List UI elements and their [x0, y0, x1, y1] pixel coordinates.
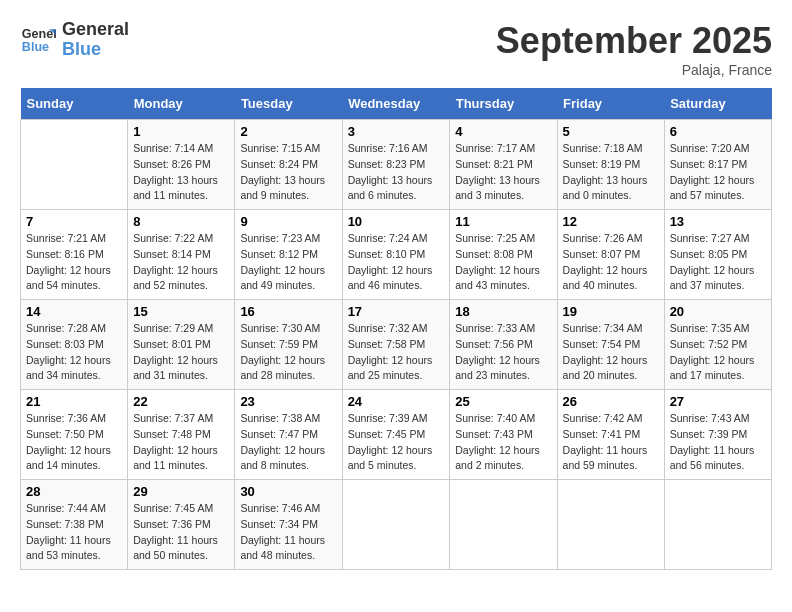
day-info: Sunrise: 7:36 AM Sunset: 7:50 PM Dayligh… [26, 411, 122, 474]
table-row: 24Sunrise: 7:39 AM Sunset: 7:45 PM Dayli… [342, 390, 450, 480]
day-number: 2 [240, 124, 336, 139]
day-info: Sunrise: 7:34 AM Sunset: 7:54 PM Dayligh… [563, 321, 659, 384]
table-row: 23Sunrise: 7:38 AM Sunset: 7:47 PM Dayli… [235, 390, 342, 480]
table-row: 18Sunrise: 7:33 AM Sunset: 7:56 PM Dayli… [450, 300, 557, 390]
location: Palaja, France [496, 62, 772, 78]
day-info: Sunrise: 7:14 AM Sunset: 8:26 PM Dayligh… [133, 141, 229, 204]
day-info: Sunrise: 7:40 AM Sunset: 7:43 PM Dayligh… [455, 411, 551, 474]
day-number: 4 [455, 124, 551, 139]
header-monday: Monday [128, 88, 235, 120]
day-info: Sunrise: 7:30 AM Sunset: 7:59 PM Dayligh… [240, 321, 336, 384]
table-row: 29Sunrise: 7:45 AM Sunset: 7:36 PM Dayli… [128, 480, 235, 570]
day-info: Sunrise: 7:37 AM Sunset: 7:48 PM Dayligh… [133, 411, 229, 474]
day-number: 19 [563, 304, 659, 319]
day-number: 5 [563, 124, 659, 139]
day-info: Sunrise: 7:22 AM Sunset: 8:14 PM Dayligh… [133, 231, 229, 294]
day-number: 18 [455, 304, 551, 319]
table-row: 20Sunrise: 7:35 AM Sunset: 7:52 PM Dayli… [664, 300, 771, 390]
day-number: 27 [670, 394, 766, 409]
calendar-week-row: 14Sunrise: 7:28 AM Sunset: 8:03 PM Dayli… [21, 300, 772, 390]
table-row: 8Sunrise: 7:22 AM Sunset: 8:14 PM Daylig… [128, 210, 235, 300]
table-row: 21Sunrise: 7:36 AM Sunset: 7:50 PM Dayli… [21, 390, 128, 480]
table-row: 6Sunrise: 7:20 AM Sunset: 8:17 PM Daylig… [664, 120, 771, 210]
day-info: Sunrise: 7:46 AM Sunset: 7:34 PM Dayligh… [240, 501, 336, 564]
header-saturday: Saturday [664, 88, 771, 120]
table-row: 25Sunrise: 7:40 AM Sunset: 7:43 PM Dayli… [450, 390, 557, 480]
table-row: 22Sunrise: 7:37 AM Sunset: 7:48 PM Dayli… [128, 390, 235, 480]
day-info: Sunrise: 7:18 AM Sunset: 8:19 PM Dayligh… [563, 141, 659, 204]
calendar-week-row: 28Sunrise: 7:44 AM Sunset: 7:38 PM Dayli… [21, 480, 772, 570]
table-row: 2Sunrise: 7:15 AM Sunset: 8:24 PM Daylig… [235, 120, 342, 210]
table-row: 13Sunrise: 7:27 AM Sunset: 8:05 PM Dayli… [664, 210, 771, 300]
day-info: Sunrise: 7:29 AM Sunset: 8:01 PM Dayligh… [133, 321, 229, 384]
calendar-week-row: 21Sunrise: 7:36 AM Sunset: 7:50 PM Dayli… [21, 390, 772, 480]
table-row: 3Sunrise: 7:16 AM Sunset: 8:23 PM Daylig… [342, 120, 450, 210]
header-sunday: Sunday [21, 88, 128, 120]
page-header: General Blue GeneralBlue September 2025 … [20, 20, 772, 78]
day-number: 12 [563, 214, 659, 229]
day-number: 1 [133, 124, 229, 139]
header-friday: Friday [557, 88, 664, 120]
table-row: 5Sunrise: 7:18 AM Sunset: 8:19 PM Daylig… [557, 120, 664, 210]
table-row: 17Sunrise: 7:32 AM Sunset: 7:58 PM Dayli… [342, 300, 450, 390]
table-row: 1Sunrise: 7:14 AM Sunset: 8:26 PM Daylig… [128, 120, 235, 210]
day-info: Sunrise: 7:32 AM Sunset: 7:58 PM Dayligh… [348, 321, 445, 384]
day-number: 15 [133, 304, 229, 319]
day-info: Sunrise: 7:20 AM Sunset: 8:17 PM Dayligh… [670, 141, 766, 204]
day-number: 21 [26, 394, 122, 409]
header-thursday: Thursday [450, 88, 557, 120]
day-info: Sunrise: 7:24 AM Sunset: 8:10 PM Dayligh… [348, 231, 445, 294]
day-number: 14 [26, 304, 122, 319]
day-info: Sunrise: 7:33 AM Sunset: 7:56 PM Dayligh… [455, 321, 551, 384]
calendar-table: Sunday Monday Tuesday Wednesday Thursday… [20, 88, 772, 570]
day-info: Sunrise: 7:35 AM Sunset: 7:52 PM Dayligh… [670, 321, 766, 384]
table-row [557, 480, 664, 570]
day-number: 20 [670, 304, 766, 319]
day-number: 9 [240, 214, 336, 229]
title-area: September 2025 Palaja, France [496, 20, 772, 78]
table-row: 26Sunrise: 7:42 AM Sunset: 7:41 PM Dayli… [557, 390, 664, 480]
day-info: Sunrise: 7:44 AM Sunset: 7:38 PM Dayligh… [26, 501, 122, 564]
table-row: 19Sunrise: 7:34 AM Sunset: 7:54 PM Dayli… [557, 300, 664, 390]
table-row: 10Sunrise: 7:24 AM Sunset: 8:10 PM Dayli… [342, 210, 450, 300]
month-title: September 2025 [496, 20, 772, 62]
day-info: Sunrise: 7:17 AM Sunset: 8:21 PM Dayligh… [455, 141, 551, 204]
table-row: 9Sunrise: 7:23 AM Sunset: 8:12 PM Daylig… [235, 210, 342, 300]
header-tuesday: Tuesday [235, 88, 342, 120]
day-info: Sunrise: 7:26 AM Sunset: 8:07 PM Dayligh… [563, 231, 659, 294]
day-number: 7 [26, 214, 122, 229]
day-info: Sunrise: 7:28 AM Sunset: 8:03 PM Dayligh… [26, 321, 122, 384]
day-info: Sunrise: 7:42 AM Sunset: 7:41 PM Dayligh… [563, 411, 659, 474]
table-row [21, 120, 128, 210]
calendar-week-row: 1Sunrise: 7:14 AM Sunset: 8:26 PM Daylig… [21, 120, 772, 210]
day-number: 8 [133, 214, 229, 229]
calendar-header-row: Sunday Monday Tuesday Wednesday Thursday… [21, 88, 772, 120]
header-wednesday: Wednesday [342, 88, 450, 120]
day-number: 23 [240, 394, 336, 409]
day-number: 3 [348, 124, 445, 139]
table-row: 16Sunrise: 7:30 AM Sunset: 7:59 PM Dayli… [235, 300, 342, 390]
day-number: 29 [133, 484, 229, 499]
day-number: 28 [26, 484, 122, 499]
table-row: 15Sunrise: 7:29 AM Sunset: 8:01 PM Dayli… [128, 300, 235, 390]
table-row [450, 480, 557, 570]
day-info: Sunrise: 7:45 AM Sunset: 7:36 PM Dayligh… [133, 501, 229, 564]
day-number: 24 [348, 394, 445, 409]
svg-text:Blue: Blue [22, 40, 49, 54]
table-row: 7Sunrise: 7:21 AM Sunset: 8:16 PM Daylig… [21, 210, 128, 300]
table-row: 30Sunrise: 7:46 AM Sunset: 7:34 PM Dayli… [235, 480, 342, 570]
day-info: Sunrise: 7:25 AM Sunset: 8:08 PM Dayligh… [455, 231, 551, 294]
day-info: Sunrise: 7:23 AM Sunset: 8:12 PM Dayligh… [240, 231, 336, 294]
day-number: 30 [240, 484, 336, 499]
day-info: Sunrise: 7:39 AM Sunset: 7:45 PM Dayligh… [348, 411, 445, 474]
day-number: 13 [670, 214, 766, 229]
table-row: 28Sunrise: 7:44 AM Sunset: 7:38 PM Dayli… [21, 480, 128, 570]
table-row [664, 480, 771, 570]
table-row: 14Sunrise: 7:28 AM Sunset: 8:03 PM Dayli… [21, 300, 128, 390]
day-number: 25 [455, 394, 551, 409]
day-info: Sunrise: 7:21 AM Sunset: 8:16 PM Dayligh… [26, 231, 122, 294]
table-row [342, 480, 450, 570]
day-number: 22 [133, 394, 229, 409]
table-row: 12Sunrise: 7:26 AM Sunset: 8:07 PM Dayli… [557, 210, 664, 300]
day-number: 17 [348, 304, 445, 319]
